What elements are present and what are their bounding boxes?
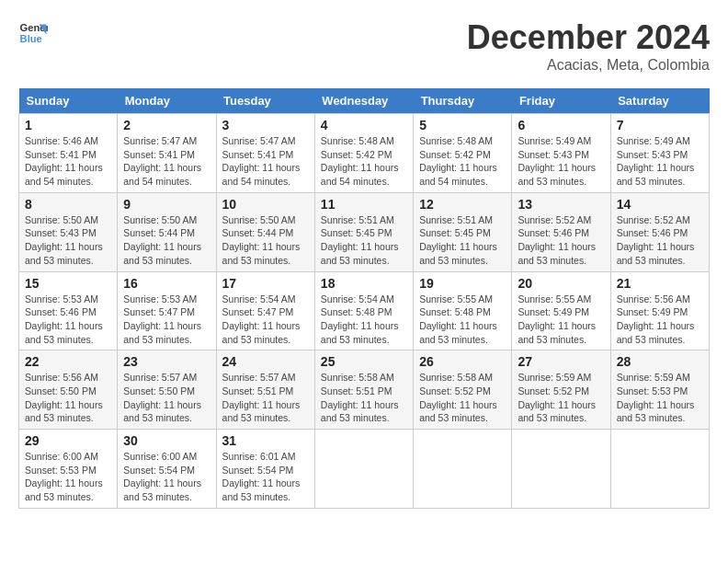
day-info: Sunrise: 6:01 AMSunset: 5:54 PMDaylight:…: [222, 450, 309, 504]
day-number: 14: [617, 197, 703, 212]
header-day-saturday: Saturday: [610, 88, 709, 114]
day-number: 30: [123, 433, 210, 448]
day-number: 5: [419, 118, 506, 132]
day-info: Sunrise: 5:51 AMSunset: 5:45 PMDaylight:…: [321, 213, 407, 268]
day-number: 26: [419, 354, 506, 369]
day-number: 24: [222, 354, 309, 369]
day-info: Sunrise: 6:00 AMSunset: 5:54 PMDaylight:…: [123, 450, 210, 504]
day-info: Sunrise: 5:52 AMSunset: 5:46 PMDaylight:…: [617, 213, 703, 268]
header-day-friday: Friday: [512, 88, 610, 114]
day-cell-26: 26Sunrise: 5:58 AMSunset: 5:52 PMDayligh…: [414, 350, 512, 430]
day-number: 3: [222, 118, 309, 132]
day-info: Sunrise: 5:59 AMSunset: 5:53 PMDaylight:…: [617, 371, 703, 425]
day-cell-18: 18Sunrise: 5:54 AMSunset: 5:48 PMDayligh…: [314, 271, 413, 350]
day-number: 4: [321, 118, 407, 132]
day-number: 21: [617, 276, 703, 291]
day-cell-3: 3Sunrise: 5:47 AMSunset: 5:41 PMDaylight…: [216, 114, 314, 193]
day-info: Sunrise: 5:56 AMSunset: 5:49 PMDaylight:…: [617, 293, 703, 347]
day-number: 12: [419, 197, 506, 212]
week-row-4: 22Sunrise: 5:56 AMSunset: 5:50 PMDayligh…: [19, 350, 710, 430]
day-cell-15: 15Sunrise: 5:53 AMSunset: 5:46 PMDayligh…: [19, 271, 118, 350]
day-number: 27: [518, 354, 604, 369]
logo-icon: General Blue: [18, 18, 48, 48]
day-number: 29: [25, 433, 111, 448]
day-number: 1: [25, 118, 111, 132]
title-section: December 2024 Acacias, Meta, Colombia: [467, 18, 710, 74]
day-number: 31: [222, 433, 309, 448]
day-number: 13: [518, 197, 604, 212]
day-cell-28: 28Sunrise: 5:59 AMSunset: 5:53 PMDayligh…: [610, 350, 709, 430]
empty-cell: [414, 430, 512, 509]
empty-cell: [610, 430, 709, 509]
day-cell-27: 27Sunrise: 5:59 AMSunset: 5:52 PMDayligh…: [512, 350, 610, 430]
day-info: Sunrise: 5:49 AMSunset: 5:43 PMDaylight:…: [518, 134, 604, 189]
day-info: Sunrise: 5:54 AMSunset: 5:47 PMDaylight:…: [222, 293, 309, 347]
day-number: 16: [123, 276, 210, 291]
day-info: Sunrise: 5:56 AMSunset: 5:50 PMDaylight:…: [25, 371, 111, 425]
day-number: 20: [518, 276, 604, 291]
day-number: 28: [617, 354, 703, 369]
day-info: Sunrise: 5:58 AMSunset: 5:52 PMDaylight:…: [419, 371, 506, 425]
day-cell-4: 4Sunrise: 5:48 AMSunset: 5:42 PMDaylight…: [314, 114, 413, 193]
day-cell-29: 29Sunrise: 6:00 AMSunset: 5:53 PMDayligh…: [19, 430, 118, 509]
header-day-sunday: Sunday: [19, 88, 118, 114]
header-row: SundayMondayTuesdayWednesdayThursdayFrid…: [19, 88, 710, 114]
day-info: Sunrise: 5:57 AMSunset: 5:50 PMDaylight:…: [123, 371, 210, 425]
day-info: Sunrise: 5:55 AMSunset: 5:48 PMDaylight:…: [419, 293, 506, 347]
day-cell-6: 6Sunrise: 5:49 AMSunset: 5:43 PMDaylight…: [512, 114, 610, 193]
page-header: General Blue December 2024 Acacias, Meta…: [18, 18, 710, 74]
day-cell-23: 23Sunrise: 5:57 AMSunset: 5:50 PMDayligh…: [118, 350, 216, 430]
header-day-tuesday: Tuesday: [216, 88, 314, 114]
day-cell-25: 25Sunrise: 5:58 AMSunset: 5:51 PMDayligh…: [314, 350, 413, 430]
day-info: Sunrise: 5:55 AMSunset: 5:49 PMDaylight:…: [518, 293, 604, 347]
day-number: 25: [321, 354, 407, 369]
day-cell-5: 5Sunrise: 5:48 AMSunset: 5:42 PMDaylight…: [414, 114, 512, 193]
day-number: 7: [617, 118, 703, 132]
header-day-thursday: Thursday: [414, 88, 512, 114]
day-info: Sunrise: 5:46 AMSunset: 5:41 PMDaylight:…: [25, 134, 111, 189]
day-cell-2: 2Sunrise: 5:47 AMSunset: 5:41 PMDaylight…: [118, 114, 216, 193]
day-info: Sunrise: 5:57 AMSunset: 5:51 PMDaylight:…: [222, 371, 309, 425]
day-info: Sunrise: 5:50 AMSunset: 5:43 PMDaylight:…: [25, 213, 111, 268]
day-cell-12: 12Sunrise: 5:51 AMSunset: 5:45 PMDayligh…: [414, 192, 512, 271]
header-day-monday: Monday: [118, 88, 216, 114]
day-cell-14: 14Sunrise: 5:52 AMSunset: 5:46 PMDayligh…: [610, 192, 709, 271]
day-cell-19: 19Sunrise: 5:55 AMSunset: 5:48 PMDayligh…: [414, 271, 512, 350]
day-info: Sunrise: 5:50 AMSunset: 5:44 PMDaylight:…: [222, 213, 309, 268]
day-cell-22: 22Sunrise: 5:56 AMSunset: 5:50 PMDayligh…: [19, 350, 118, 430]
week-row-5: 29Sunrise: 6:00 AMSunset: 5:53 PMDayligh…: [19, 430, 710, 509]
calendar-table: SundayMondayTuesdayWednesdayThursdayFrid…: [18, 88, 710, 509]
day-cell-7: 7Sunrise: 5:49 AMSunset: 5:43 PMDaylight…: [610, 114, 709, 193]
day-info: Sunrise: 5:54 AMSunset: 5:48 PMDaylight:…: [321, 293, 407, 347]
day-number: 18: [321, 276, 407, 291]
empty-cell: [314, 430, 413, 509]
week-row-3: 15Sunrise: 5:53 AMSunset: 5:46 PMDayligh…: [19, 271, 710, 350]
day-info: Sunrise: 5:47 AMSunset: 5:41 PMDaylight:…: [123, 134, 210, 189]
day-number: 2: [123, 118, 210, 132]
day-cell-10: 10Sunrise: 5:50 AMSunset: 5:44 PMDayligh…: [216, 192, 314, 271]
day-info: Sunrise: 5:48 AMSunset: 5:42 PMDaylight:…: [419, 134, 506, 189]
day-cell-17: 17Sunrise: 5:54 AMSunset: 5:47 PMDayligh…: [216, 271, 314, 350]
day-cell-31: 31Sunrise: 6:01 AMSunset: 5:54 PMDayligh…: [216, 430, 314, 509]
day-info: Sunrise: 5:59 AMSunset: 5:52 PMDaylight:…: [518, 371, 604, 425]
day-cell-1: 1Sunrise: 5:46 AMSunset: 5:41 PMDaylight…: [19, 114, 118, 193]
location-title: Acacias, Meta, Colombia: [467, 57, 710, 74]
day-info: Sunrise: 6:00 AMSunset: 5:53 PMDaylight:…: [25, 450, 111, 504]
day-cell-30: 30Sunrise: 6:00 AMSunset: 5:54 PMDayligh…: [118, 430, 216, 509]
day-info: Sunrise: 5:50 AMSunset: 5:44 PMDaylight:…: [123, 213, 210, 268]
day-info: Sunrise: 5:53 AMSunset: 5:47 PMDaylight:…: [123, 293, 210, 347]
day-number: 9: [123, 197, 210, 212]
day-cell-20: 20Sunrise: 5:55 AMSunset: 5:49 PMDayligh…: [512, 271, 610, 350]
week-row-1: 1Sunrise: 5:46 AMSunset: 5:41 PMDaylight…: [19, 114, 710, 193]
day-number: 22: [25, 354, 111, 369]
header-day-wednesday: Wednesday: [314, 88, 413, 114]
day-cell-24: 24Sunrise: 5:57 AMSunset: 5:51 PMDayligh…: [216, 350, 314, 430]
day-cell-21: 21Sunrise: 5:56 AMSunset: 5:49 PMDayligh…: [610, 271, 709, 350]
day-cell-8: 8Sunrise: 5:50 AMSunset: 5:43 PMDaylight…: [19, 192, 118, 271]
day-info: Sunrise: 5:52 AMSunset: 5:46 PMDaylight:…: [518, 213, 604, 268]
day-info: Sunrise: 5:48 AMSunset: 5:42 PMDaylight:…: [321, 134, 407, 189]
day-info: Sunrise: 5:58 AMSunset: 5:51 PMDaylight:…: [321, 371, 407, 425]
day-number: 10: [222, 197, 309, 212]
day-number: 17: [222, 276, 309, 291]
day-cell-11: 11Sunrise: 5:51 AMSunset: 5:45 PMDayligh…: [314, 192, 413, 271]
